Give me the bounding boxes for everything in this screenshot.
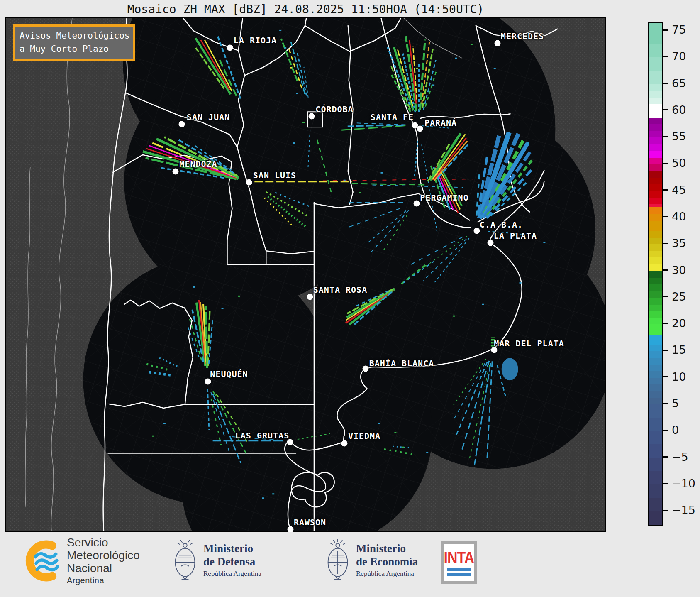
- inta-logo-block: INTA: [441, 541, 477, 584]
- colorbar-segment: [649, 207, 662, 214]
- smn-logo-block: Servicio Meteorológico Nacional Argentin…: [23, 536, 140, 585]
- colorbar-segment: [649, 221, 662, 231]
- radar-speck: [455, 58, 457, 59]
- colorbar-tick-mark: [663, 350, 668, 351]
- radar-speck: [378, 423, 380, 424]
- defensa-line-2: de Defensa: [203, 555, 261, 568]
- economia-line-3: República Argentina: [356, 570, 418, 578]
- colorbar-segment: [649, 305, 662, 311]
- radar-speck: [152, 436, 154, 437]
- colorbar-segment: [649, 131, 662, 138]
- colorbar-tick-label: 0: [672, 423, 679, 436]
- colorbar-segment: [649, 198, 662, 204]
- colorbar-tick-label: 70: [672, 50, 686, 63]
- defensa-line-1: Ministerio: [203, 542, 261, 555]
- radar-speck: [344, 180, 346, 181]
- colorbar-tick-mark: [663, 163, 668, 164]
- colorbar-segment: [649, 251, 662, 258]
- colorbar-segment: [649, 158, 662, 164]
- radar-speck: [402, 447, 404, 448]
- colorbar-tick-label: −10: [672, 477, 695, 490]
- radar-speck: [302, 122, 305, 123]
- radar-speck: [290, 67, 292, 69]
- colorbar-tick-mark: [663, 83, 668, 84]
- colorbar-tick-label: 55: [672, 130, 686, 143]
- colorbar-tick-mark: [663, 510, 668, 511]
- radar-speck: [193, 286, 195, 288]
- colorbar-segment: [649, 238, 662, 245]
- colorbar-segment: [649, 244, 662, 251]
- radar-speck: [284, 47, 286, 49]
- radar-speck: [527, 142, 529, 144]
- radar-speck: [482, 304, 484, 305]
- radar-speck: [293, 142, 295, 144]
- page-title: Mosaico ZH MAX [dBZ] 24.08.2025 11:50HOA…: [5, 2, 606, 16]
- colorbar-segment: [649, 214, 662, 221]
- colorbar-tick-mark: [663, 483, 668, 484]
- colorbar-segment: [649, 98, 662, 105]
- colorbar-segment: [649, 151, 662, 158]
- radar-speck: [416, 68, 418, 69]
- ministerio-economia-block: Ministerio de Economía República Argenti…: [325, 537, 418, 583]
- radar-speck: [380, 172, 383, 174]
- colorbar-tick-label: 15: [672, 343, 686, 356]
- ministerio-economia-text: Ministerio de Economía República Argenti…: [356, 542, 418, 577]
- colorbar-tick-label: 25: [672, 290, 686, 303]
- warning-line-2: a Muy Corto Plazo: [20, 43, 129, 56]
- colorbar-segment: [649, 324, 662, 335]
- colorbar-tick-mark: [663, 323, 668, 324]
- colorbar-tick-label: 35: [672, 237, 686, 250]
- colorbar-segment: [649, 264, 662, 271]
- colorbar-tick-mark: [663, 29, 668, 31]
- colorbar-segment: [649, 298, 662, 305]
- colorbar-tick-label: −5: [672, 450, 688, 463]
- colorbar-segment: [649, 511, 662, 525]
- colorbar-tick-mark: [663, 430, 668, 431]
- colorbar-tick-label: 45: [672, 184, 686, 196]
- smn-line-3: Nacional: [67, 562, 140, 575]
- department-borders-mesh-2: [6, 18, 605, 531]
- colorbar-segment: [649, 191, 662, 198]
- colorbar-segment: [649, 345, 662, 351]
- economia-line-2: de Economía: [356, 555, 418, 568]
- colorbar-segment: [649, 365, 662, 372]
- inta-bar-top: [447, 568, 471, 571]
- economia-line-1: Ministerio: [356, 542, 418, 555]
- argentina-coat-of-arms-icon: [173, 537, 198, 583]
- colorbar-segment: [649, 164, 662, 171]
- radar-speck: [453, 316, 455, 317]
- colorbar-tick-label: 65: [672, 77, 686, 90]
- colorbar-tick-mark: [663, 109, 668, 110]
- colorbar-segment: [649, 371, 662, 378]
- colorbar-segment: [649, 84, 662, 91]
- smn-logo-icon: [23, 538, 63, 584]
- colorbar-segment: [649, 404, 662, 418]
- radar-speck: [279, 30, 281, 31]
- colorbar-tick-label: 5: [672, 397, 679, 410]
- warning-box: Avisos Meteorológicos a Muy Corto Plazo: [13, 24, 135, 61]
- smn-line-4: Argentina: [67, 576, 140, 585]
- colorbar-segment: [649, 335, 662, 345]
- radar-speck: [163, 423, 166, 424]
- colorbar-segment: [649, 184, 662, 191]
- colorbar-segment: [649, 318, 662, 325]
- colorbar-tick-mark: [663, 136, 668, 137]
- inta-logo-text: INTA: [444, 548, 474, 568]
- colorbar-segment: [649, 498, 662, 511]
- colorbar-segment: [649, 418, 662, 431]
- colorbar-segment: [649, 118, 662, 125]
- radar-speck: [222, 308, 224, 309]
- inta-bar-bottom: [447, 573, 471, 576]
- colorbar-segment: [649, 124, 662, 131]
- map-canvas: [6, 18, 605, 531]
- radar-beam: [206, 306, 207, 368]
- colorbar-tick-mark: [663, 189, 668, 191]
- radar-speck: [238, 296, 240, 297]
- colorbar-segment: [649, 231, 662, 238]
- radar-map: LA RIOJAMERCEDESSAN JUANCÓRDOBASANTA FEP…: [5, 17, 606, 532]
- smn-logo-text: Servicio Meteorológico Nacional Argentin…: [67, 536, 140, 585]
- colorbar-tick-mark: [663, 403, 668, 404]
- colorbar-tick-mark: [663, 269, 668, 271]
- colorbar-segment: [649, 378, 662, 385]
- ministerio-defensa-text: Ministerio de Defensa República Argentin…: [203, 542, 261, 577]
